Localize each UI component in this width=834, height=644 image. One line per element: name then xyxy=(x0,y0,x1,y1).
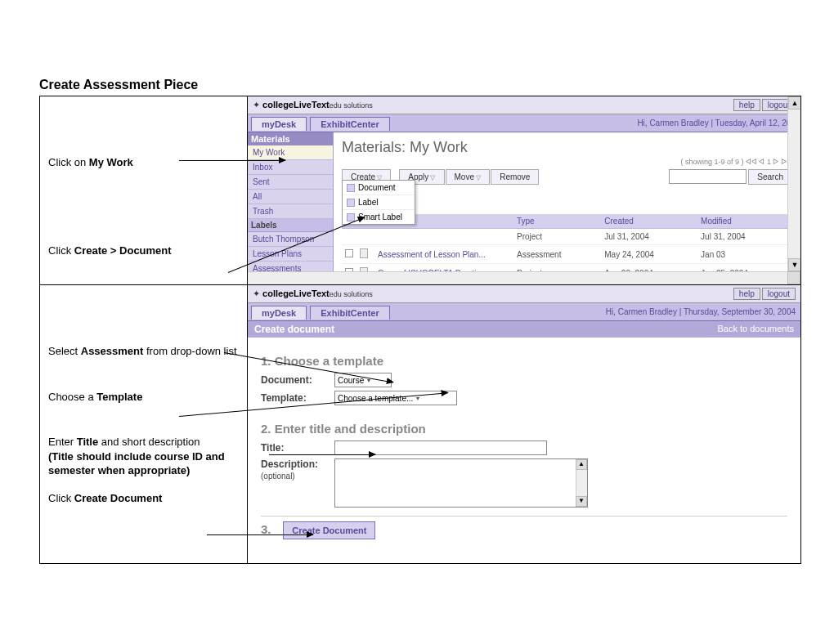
scroll-up-icon[interactable]: ▲ xyxy=(576,459,587,470)
screenshot-1: ✦ collegeLiveTextedu solutions help logo… xyxy=(248,96,800,284)
instructions-col-2: Select Assessment from drop-down list Ch… xyxy=(40,285,248,563)
brand-bar-2: ✦ collegeLiveTextedu solutions help logo… xyxy=(248,285,800,303)
scroll-down-icon[interactable]: ▼ xyxy=(576,496,587,507)
tab-bar-1: myDesk ExhibitCenter Hi, Carmen Bradley … xyxy=(248,114,800,132)
page-title: Materials: My Work xyxy=(342,139,792,156)
container: Click on My Work Click Create > Document… xyxy=(39,96,801,564)
tab-exhibit[interactable]: ExhibitCenter xyxy=(310,117,390,131)
move-button[interactable]: Move xyxy=(446,169,491,185)
step-2: 2. Enter title and description xyxy=(261,422,787,436)
vscrollbar[interactable]: ▲▼ xyxy=(787,96,800,284)
hscrollbar[interactable] xyxy=(248,271,787,284)
sidebar-item-all[interactable]: All xyxy=(248,190,333,204)
user-info-2: Hi, Carmen Bradley | Thursday, September… xyxy=(606,307,796,316)
menu-label[interactable]: Label xyxy=(343,195,415,210)
tab-mydesk[interactable]: myDesk xyxy=(251,117,307,131)
help-button[interactable]: help xyxy=(733,99,760,111)
instr-2c-b: Title xyxy=(77,436,99,448)
instr-2a-after: from drop-down list xyxy=(143,345,236,357)
content-area: Materials: My Work ( showing 1-9 of 9 ) … xyxy=(334,132,800,284)
brand-text-2: ✦ collegeLiveTextedu solutions xyxy=(253,288,373,299)
tab-bar-2: myDesk ExhibitCenter Hi, Carmen Bradley … xyxy=(248,303,800,321)
arrow-6 xyxy=(207,534,313,535)
instr-1b-b2: Document xyxy=(116,244,171,257)
instr-1a-bold: My Work xyxy=(89,156,133,168)
search-button[interactable]: Search xyxy=(748,169,792,185)
document-label: Document: xyxy=(261,374,334,386)
arrow-5 xyxy=(269,454,375,455)
instr-2a: Select xyxy=(48,345,81,357)
create-document-button[interactable]: Create Document xyxy=(283,521,375,539)
instr-2d: (Title should include course ID and seme… xyxy=(48,450,225,477)
divider xyxy=(261,516,787,517)
createdoc-title: Create document xyxy=(254,324,334,335)
description-label: Description: (optional) xyxy=(261,458,334,481)
brand-text: ✦ collegeLiveTextedu solutions xyxy=(253,100,373,110)
createdoc-header: Create document Back to documents xyxy=(248,321,800,338)
paging: ( showing 1-9 of 9 ) ᐊᐊ ᐊ 1 ᐅ ᐅᐅ xyxy=(342,158,792,166)
search-input[interactable] xyxy=(669,169,747,184)
sidebar: Materials My Work Inbox Sent All Trash L… xyxy=(248,132,334,284)
table-row: Assessment of Lesson Plan...AssessmentMa… xyxy=(342,245,792,264)
col-modified: Modified xyxy=(697,214,792,229)
smartlabel-icon xyxy=(347,213,355,221)
instr-1b-b1: Create > xyxy=(74,244,117,257)
instr-1a: Click on xyxy=(48,156,89,168)
remove-button[interactable]: Remove xyxy=(491,169,539,185)
instructions-col-1: Click on My Work Click Create > Document xyxy=(40,96,248,284)
create-menu: Document Label Smart Label xyxy=(342,180,415,225)
scroll-up-icon[interactable]: ▲ xyxy=(788,96,800,110)
instr-2c-after: and short description xyxy=(98,436,200,448)
arrow-1 xyxy=(179,160,285,161)
instr-2b-b: Template xyxy=(96,391,142,403)
createdoc-body: Create document Back to documents 1. Cho… xyxy=(248,321,800,548)
document-icon xyxy=(347,184,355,192)
row-1: Click on My Work Click Create > Document… xyxy=(40,96,800,285)
brand-bar-1: ✦ collegeLiveTextedu solutions help logo… xyxy=(248,96,800,114)
main-area-1: Materials My Work Inbox Sent All Trash L… xyxy=(248,132,800,284)
user-info-1: Hi, Carmen Bradley | Tuesday, April 12, … xyxy=(637,119,796,127)
help-button-2[interactable]: help xyxy=(733,288,760,300)
scroll-corner xyxy=(787,271,800,284)
col-created: Created xyxy=(601,214,697,229)
checkbox[interactable] xyxy=(345,249,353,257)
instr-2e-b: Create Document xyxy=(74,492,163,504)
document-title: Create Assessment Piece xyxy=(39,78,834,92)
description-textarea[interactable]: ▲ ▼ xyxy=(334,458,588,508)
title-label: Title: xyxy=(261,442,334,454)
logout-button-2[interactable]: logout xyxy=(762,288,796,300)
instr-2c: Enter xyxy=(48,436,77,448)
instr-2e: Click xyxy=(48,492,74,504)
table-row: ProjectJul 31, 2004Jul 31, 2004 xyxy=(342,229,792,245)
back-link[interactable]: Back to documents xyxy=(717,324,794,335)
instr-1b: Click xyxy=(48,244,74,257)
tab-mydesk-2[interactable]: myDesk xyxy=(251,306,307,320)
row-2: Select Assessment from drop-down list Ch… xyxy=(40,285,800,563)
sidebar-labels-header: Labels xyxy=(248,219,333,232)
step-1: 1. Choose a template xyxy=(261,354,787,368)
sidebar-header: Materials xyxy=(248,132,333,145)
sidebar-item-trash[interactable]: Trash xyxy=(248,204,333,219)
screenshot-2: ✦ collegeLiveTextedu solutions help logo… xyxy=(248,285,800,563)
menu-document[interactable]: Document xyxy=(343,181,415,195)
sidebar-item-inbox[interactable]: Inbox xyxy=(248,160,333,175)
col-type: Type xyxy=(513,214,601,229)
doc-icon xyxy=(360,248,368,258)
tab-exhibit-2[interactable]: ExhibitCenter xyxy=(310,306,390,320)
instr-2a-b: Assessment xyxy=(81,345,144,357)
instr-2b: Choose a xyxy=(48,391,96,403)
template-label: Template: xyxy=(261,392,334,404)
title-input[interactable] xyxy=(334,441,547,455)
sidebar-item-sent[interactable]: Sent xyxy=(248,175,333,190)
scroll-down-icon[interactable]: ▼ xyxy=(788,258,800,271)
label-icon xyxy=(347,199,355,207)
sidebar-item-mywork[interactable]: My Work xyxy=(248,145,333,160)
